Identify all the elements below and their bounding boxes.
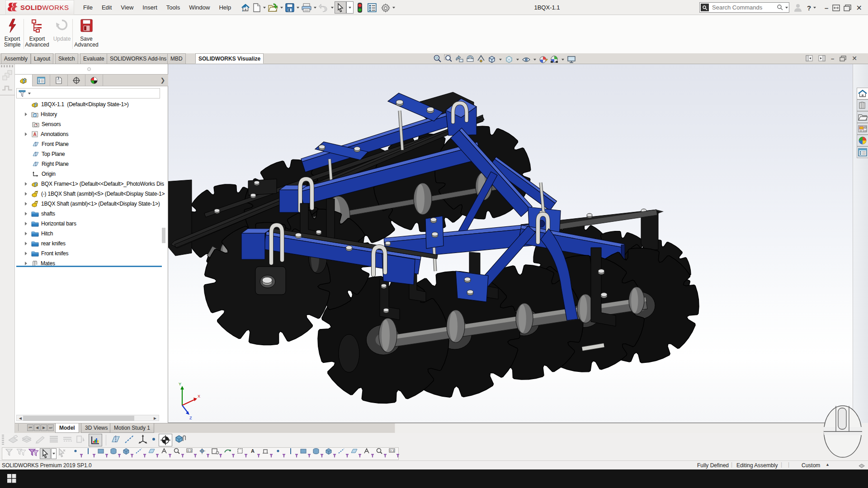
svg-text:A: A: [251, 448, 255, 454]
svg-text:A: A: [33, 132, 36, 137]
svg-text:Y: Y: [179, 382, 181, 386]
svg-text:SOLIDWORKS: SOLIDWORKS: [20, 4, 69, 11]
svg-text:0.3: 0.3: [187, 449, 192, 452]
svg-text:X: X: [198, 394, 200, 399]
svg-text:Z: Z: [189, 416, 192, 420]
svg-text:0.3: 0.3: [390, 449, 394, 452]
